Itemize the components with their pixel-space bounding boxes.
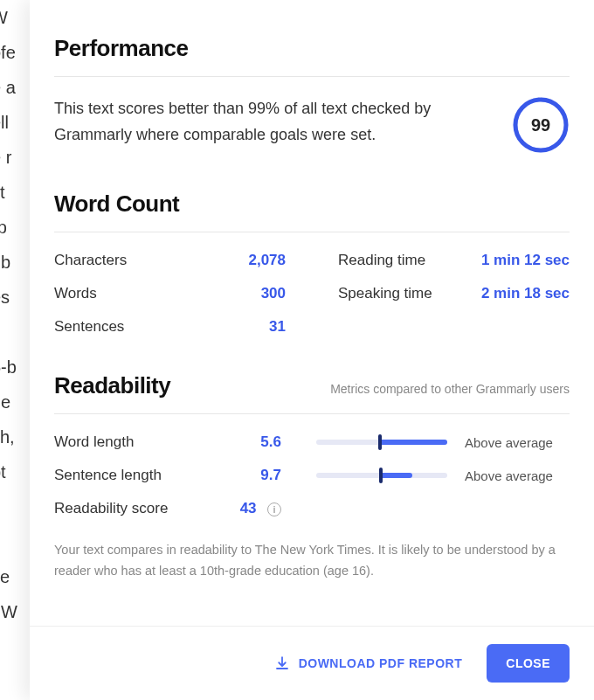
readability-label: Sentence length [54, 467, 162, 484]
metric-value: 1 min 12 sec [481, 252, 570, 269]
divider [54, 413, 570, 414]
word-count-title: Word Count [54, 191, 570, 218]
download-icon [274, 655, 290, 671]
modal-footer: DOWNLOAD PDF REPORT CLOSE [30, 626, 594, 700]
word-count-grid: Characters 2,078 Reading time 1 min 12 s… [54, 252, 570, 336]
metric-characters: Characters 2,078 [54, 252, 286, 269]
performance-title: Performance [54, 35, 570, 62]
readability-value: 43 [240, 500, 257, 516]
metric-value: 2,078 [248, 252, 286, 269]
readability-title: Readability [54, 372, 170, 399]
comparison-label: Above average [465, 468, 570, 483]
download-pdf-button[interactable]: DOWNLOAD PDF REPORT [274, 655, 463, 671]
metric-label: Characters [54, 252, 127, 269]
metric-label: Words [54, 285, 97, 302]
metric-reading-time: Reading time 1 min 12 sec [338, 252, 570, 269]
score-ring: 99 [512, 96, 570, 154]
metric-label: Sentences [54, 318, 124, 336]
readability-row-score: Readability score 43 i [54, 500, 570, 517]
readability-value: 9.7 [260, 467, 281, 484]
metric-sentences: Sentences 31 [54, 318, 286, 336]
divider [54, 76, 570, 77]
metric-speaking-time: Speaking time 2 min 18 sec [338, 285, 570, 302]
readability-label: Word length [54, 433, 134, 451]
metric-value: 300 [261, 285, 286, 302]
performance-description: This text scores better than 99% of all … [54, 96, 486, 148]
readability-label: Readability score [54, 500, 168, 517]
modal-body[interactable]: Performance This text scores better than… [30, 0, 594, 626]
close-button[interactable]: CLOSE [487, 644, 570, 683]
comparison-bar [316, 440, 447, 445]
download-label: DOWNLOAD PDF REPORT [299, 656, 463, 670]
info-icon[interactable]: i [267, 502, 281, 516]
divider [54, 232, 570, 232]
metric-label: Speaking time [338, 285, 432, 302]
score-value: 99 [512, 96, 570, 154]
metric-value: 2 min 18 sec [481, 285, 570, 302]
comparison-label: Above average [465, 435, 570, 450]
readability-row-word-length: Word length 5.6 Above average [54, 433, 570, 451]
metric-words: Words 300 [54, 285, 286, 302]
readability-description: Your text compares in readability to The… [54, 540, 570, 582]
readability-value: 5.6 [260, 433, 281, 451]
metric-value: 31 [269, 318, 286, 336]
readability-row-sentence-length: Sentence length 9.7 Above average [54, 467, 570, 484]
metric-label: Reading time [338, 252, 425, 269]
performance-modal: Performance This text scores better than… [30, 0, 594, 700]
comparison-bar [316, 473, 447, 478]
readability-subtitle: Metrics compared to other Grammarly user… [330, 382, 570, 396]
